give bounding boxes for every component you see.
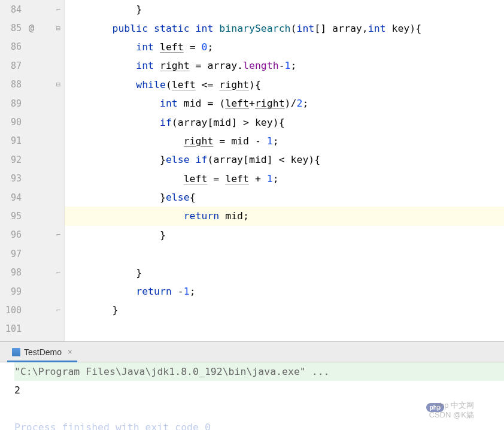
code-line[interactable]: if(array[mid] > key){ bbox=[65, 113, 504, 131]
code-line[interactable]: left = left + 1; bbox=[65, 169, 504, 188]
tab-testdemo[interactable]: TestDemo × bbox=[7, 342, 77, 362]
gutter-row: 95 bbox=[0, 207, 64, 225]
line-number: 94 bbox=[0, 192, 24, 203]
gutter-row: 100⌐ bbox=[0, 301, 64, 319]
line-number: 95 bbox=[0, 211, 24, 222]
fold-open-icon[interactable]: ⊟ bbox=[56, 25, 60, 32]
code-line[interactable]: } bbox=[65, 0, 504, 19]
code-line[interactable]: int right = array.length-1; bbox=[65, 56, 504, 75]
code-line[interactable]: } bbox=[65, 226, 504, 244]
tab-bar: TestDemo × bbox=[0, 342, 504, 362]
line-number: 96 bbox=[0, 229, 24, 240]
fold-close-icon[interactable]: ⌐ bbox=[56, 231, 60, 238]
line-number: 101 bbox=[0, 323, 24, 334]
gutter-row: 91 bbox=[0, 132, 64, 150]
gutter-row: 97 bbox=[0, 244, 64, 263]
line-number: 90 bbox=[0, 117, 24, 128]
gutter-row: 99 bbox=[0, 282, 64, 301]
gutter-row: 85@⊟ bbox=[0, 19, 64, 37]
code-line[interactable]: int left = 0; bbox=[65, 38, 504, 56]
line-number: 92 bbox=[0, 155, 24, 165]
line-number: 100 bbox=[0, 305, 24, 316]
run-config-icon bbox=[12, 348, 20, 356]
fold-close-icon[interactable]: ⌐ bbox=[56, 307, 60, 314]
code-line[interactable]: int mid = (left+right)/2; bbox=[65, 94, 504, 113]
code-line[interactable]: while(left <= right){ bbox=[65, 75, 504, 94]
line-number: 91 bbox=[0, 135, 24, 146]
code-line[interactable]: return -1; bbox=[65, 282, 504, 301]
tab-label: TestDemo bbox=[24, 347, 62, 357]
gutter-row: 92 bbox=[0, 150, 64, 169]
code-line[interactable] bbox=[65, 320, 504, 338]
line-number: 98 bbox=[0, 267, 24, 278]
gutter-row: 98⌐ bbox=[0, 263, 64, 281]
line-number: 87 bbox=[0, 60, 24, 71]
gutter: 84⌐85@⊟868788⊟8990919293949596⌐9798⌐9910… bbox=[0, 0, 65, 341]
gutter-row: 94 bbox=[0, 188, 64, 207]
close-icon[interactable]: × bbox=[65, 347, 72, 356]
line-number: 84 bbox=[0, 4, 24, 15]
line-number: 88 bbox=[0, 79, 24, 90]
code-line[interactable] bbox=[65, 244, 504, 263]
code-line[interactable]: public static int binarySearch(int[] arr… bbox=[65, 19, 504, 37]
fold-close-icon[interactable]: ⌐ bbox=[56, 6, 60, 13]
code-line[interactable]: }else{ bbox=[65, 188, 504, 207]
code-line[interactable]: } bbox=[65, 263, 504, 281]
line-number: 93 bbox=[0, 173, 24, 184]
gutter-row: 101 bbox=[0, 320, 64, 338]
watermark-csdn: CSDN @K嫱 bbox=[429, 410, 474, 420]
gutter-row: 84⌐ bbox=[0, 0, 64, 19]
line-number: 99 bbox=[0, 286, 24, 297]
code-line[interactable]: return mid; bbox=[65, 207, 504, 225]
code-editor[interactable]: 84⌐85@⊟868788⊟8990919293949596⌐9798⌐9910… bbox=[0, 0, 504, 341]
gutter-row: 93 bbox=[0, 169, 64, 188]
code-line[interactable]: right = mid - 1; bbox=[65, 132, 504, 150]
gutter-row: 86 bbox=[0, 38, 64, 56]
fold-open-icon[interactable]: ⊟ bbox=[56, 81, 60, 88]
gutter-row: 96⌐ bbox=[0, 226, 64, 244]
console-stdout: 2 bbox=[14, 381, 504, 399]
line-number: 89 bbox=[0, 98, 24, 109]
code-line[interactable]: } bbox=[65, 301, 504, 319]
gutter-row: 88⊟ bbox=[0, 75, 64, 94]
gutter-row: 87 bbox=[0, 56, 64, 75]
line-number: 86 bbox=[0, 41, 24, 52]
console-cmd-line: "C:\Program Files\Java\jdk1.8.0_192\bin\… bbox=[14, 362, 504, 381]
code-area[interactable]: } public static int binarySearch(int[] a… bbox=[65, 0, 504, 341]
gutter-row: 89 bbox=[0, 94, 64, 113]
code-line[interactable]: }else if(array[mid] < key){ bbox=[65, 150, 504, 169]
gutter-row: 90 bbox=[0, 113, 64, 131]
line-number: 97 bbox=[0, 249, 24, 259]
line-number: 85 bbox=[0, 23, 24, 34]
fold-close-icon[interactable]: ⌐ bbox=[56, 269, 60, 276]
override-icon[interactable]: @ bbox=[24, 23, 34, 34]
